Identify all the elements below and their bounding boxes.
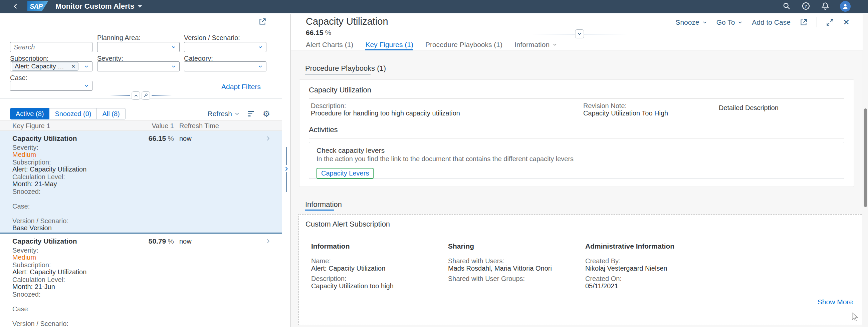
shared-groups-value [448, 282, 585, 290]
alert-list-item[interactable]: Capacity Utilization 66.15% now Severity… [0, 131, 282, 234]
settings-gear-icon[interactable]: ⚙ [262, 109, 271, 118]
subscription-select[interactable]: Alert: Capacity Utilization ✕ [10, 61, 92, 71]
info-column: Information Name:Alert: Capacity Utiliza… [311, 242, 448, 293]
filter-icon[interactable] [247, 109, 255, 118]
tab-key-figures[interactable]: Key Figures (1) [365, 39, 413, 50]
header-collapse-controls [110, 91, 172, 100]
pin-header-button[interactable] [142, 91, 150, 100]
category-select[interactable] [184, 61, 267, 71]
refresh-button[interactable]: Refresh [207, 110, 240, 118]
tab-procedure-playbooks[interactable]: Procedure Playbooks (1) [425, 39, 502, 50]
playbook-card: Capacity Utilization Description: Proced… [299, 79, 854, 187]
help-icon[interactable]: ? [801, 1, 811, 11]
subscription-info-columns: Information Name:Alert: Capacity Utiliza… [311, 242, 752, 293]
severity-label: Severity: [12, 247, 282, 254]
severity-value: Medium [12, 254, 282, 261]
show-more-link[interactable]: Show More [817, 298, 853, 306]
add-to-case-label: Add to Case [752, 18, 790, 26]
chevron-down-icon [137, 5, 142, 8]
playbooks-section-title: Procedure Playbooks (1) [305, 64, 386, 73]
created-on-value: 05/11/2021 [585, 282, 752, 290]
divider [291, 211, 868, 211]
expand-panel-chevron-icon[interactable] [283, 165, 290, 172]
divider [309, 138, 844, 138]
share-icon[interactable] [258, 18, 267, 26]
alert-list-item[interactable]: Capacity Utilization 50.79% now Severity… [0, 234, 282, 327]
app-title-menu[interactable]: Monitor Custom Alerts [55, 2, 142, 11]
share-icon[interactable] [799, 18, 808, 27]
go-to-button[interactable]: Go To [716, 18, 743, 26]
version-scenario-select[interactable] [184, 42, 267, 52]
chevron-down-icon [257, 44, 264, 50]
alert-refresh-time: now [179, 236, 192, 246]
category-label: Category: [184, 55, 213, 62]
subscription-token[interactable]: Alert: Capacity Utilization ✕ [12, 62, 79, 71]
calculation-level-label: Calculation Level: [12, 276, 282, 283]
person-icon [841, 2, 849, 10]
severity-select[interactable] [97, 61, 180, 71]
subscription-card-title: Custom Alert Subscription [306, 220, 862, 229]
created-by-link[interactable]: Nikolaj Vestergaard Nielsen [585, 265, 752, 272]
sap-logo-text: SAP [30, 3, 42, 10]
created-by-label: Created By: [585, 257, 752, 265]
tab-alert-charts[interactable]: Alert Charts (1) [306, 39, 353, 50]
search-input[interactable] [10, 42, 92, 52]
chevron-left-icon [12, 3, 19, 10]
snooze-button[interactable]: Snooze [675, 18, 707, 26]
scrollbar-thumb[interactable] [864, 108, 867, 207]
refresh-label: Refresh [207, 110, 232, 118]
vertical-scrollbar[interactable] [863, 14, 868, 327]
version-scenario-label: Version / Scenario: [12, 218, 282, 225]
add-to-case-button[interactable]: Add to Case [752, 18, 790, 26]
notifications-bell-icon[interactable] [820, 1, 831, 11]
enter-fullscreen-icon[interactable] [826, 18, 834, 27]
snoozed-label: Snoozed: [12, 188, 282, 195]
back-button[interactable] [10, 1, 21, 12]
snoozed-value [12, 298, 282, 305]
planning-area-select[interactable] [97, 42, 180, 52]
detail-tab-bar: Alert Charts (1) Key Figures (1) Procedu… [291, 39, 868, 51]
user-avatar[interactable] [840, 1, 850, 12]
description-value: Procedure for handling too high capacity… [311, 109, 460, 117]
snooze-label: Snooze [675, 18, 699, 26]
tab-all[interactable]: All (8) [97, 108, 125, 120]
adapt-filters-link[interactable]: Adapt Filters [221, 83, 261, 91]
alert-list: Capacity Utilization 66.15% now Severity… [0, 131, 282, 327]
chevron-down-icon [702, 19, 708, 25]
case-label: Case: [12, 306, 282, 313]
shell-bar: SAP Monitor Custom Alerts ? [0, 0, 868, 13]
calculation-level-value: Month: 21-May [12, 181, 282, 188]
calculation-level-value: Month: 21-Jun [12, 283, 282, 290]
subscription-label: Subscription: [10, 55, 49, 62]
divider [816, 18, 817, 27]
tab-active[interactable]: Active (8) [10, 108, 50, 120]
tab-snoozed[interactable]: Snoozed (0) [50, 108, 97, 120]
playbook-form: Description: Procedure for handling too … [309, 102, 844, 124]
chevron-down-icon [170, 63, 177, 69]
snoozed-value [12, 195, 282, 202]
chevron-down-icon [552, 42, 558, 47]
capacity-levers-button[interactable]: Capacity Levers [316, 168, 374, 179]
column-header: Administrative Information [585, 242, 752, 250]
shared-with-groups-label: Shared with User Groups: [448, 275, 585, 282]
col-key-figure: Key Figure 1 [12, 122, 50, 130]
shared-users-link[interactable]: Mads Rosdahl, Maria Vittoria Onori [448, 265, 585, 272]
close-icon[interactable]: ✕ [843, 18, 850, 27]
detailed-description-link[interactable]: Detailed Description [719, 104, 778, 111]
case-select[interactable] [10, 81, 92, 91]
severity-value: Medium [12, 151, 282, 158]
revision-note-value: Capacity Utilization Too High [583, 109, 668, 117]
tab-information[interactable]: Information [515, 39, 558, 50]
search-icon[interactable] [782, 1, 792, 11]
chevron-right-icon[interactable] [265, 135, 272, 142]
chevron-right-icon[interactable] [265, 237, 272, 245]
divider [291, 75, 868, 75]
name-value-link[interactable]: Alert: Capacity Utilization [311, 265, 448, 272]
collapse-header-button[interactable] [132, 91, 140, 100]
column-header: Sharing [448, 242, 585, 250]
collapse-detail-header-button[interactable] [575, 29, 584, 38]
shared-with-users-label: Shared with Users: [448, 257, 585, 265]
alert-unit: % [167, 134, 174, 142]
remove-token-icon[interactable]: ✕ [71, 63, 75, 69]
panel-splitter[interactable] [282, 14, 290, 327]
